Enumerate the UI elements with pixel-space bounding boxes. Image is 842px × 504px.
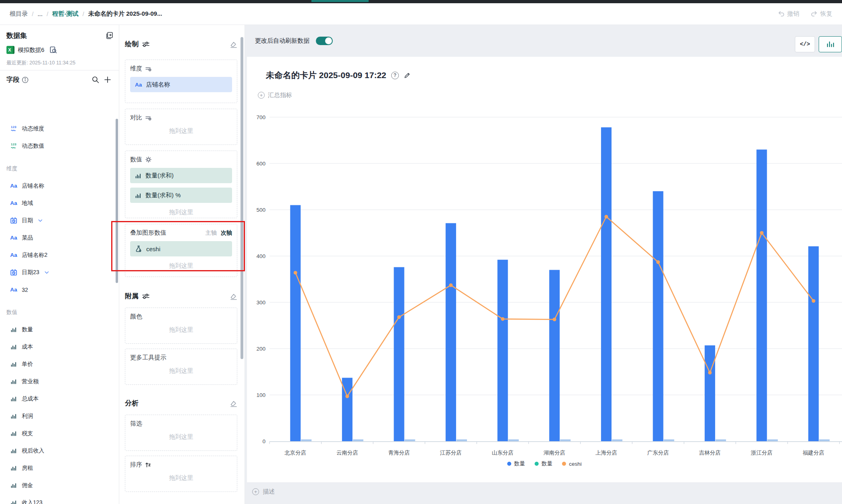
undo-button[interactable]: 撤销 — [778, 10, 799, 18]
legend-item-ceshi[interactable]: ceshi — [562, 461, 582, 467]
field-item-营业额[interactable]: 营业额 — [0, 373, 115, 390]
field-item-菜品[interactable]: Aa菜品 — [0, 229, 115, 246]
edit-title-icon[interactable] — [404, 72, 411, 79]
bar-江苏分店[interactable] — [446, 223, 456, 441]
field-item-动态维度[interactable]: 123动态维度 — [0, 120, 115, 137]
chevron-down-icon[interactable] — [44, 271, 49, 274]
field-item-店铺名称2[interactable]: Aa店铺名称2 — [0, 246, 115, 264]
line-point-江苏分店[interactable] — [449, 283, 453, 287]
field-item-数量[interactable]: 数量 — [0, 321, 115, 338]
clear-draw-icon[interactable] — [229, 40, 238, 49]
clear-attach-icon[interactable] — [229, 292, 238, 301]
percent-bar-吉林分店[interactable] — [715, 440, 726, 442]
chevron-down-icon[interactable] — [38, 219, 43, 222]
field-item-32[interactable]: Aa32 — [0, 281, 115, 298]
percent-bar-山东分店[interactable] — [508, 440, 519, 442]
bar-福建分店[interactable] — [808, 246, 819, 441]
percent-bar-广东分店[interactable] — [664, 440, 674, 442]
percent-bar-北京分店[interactable] — [301, 440, 311, 442]
compare-filter-icon[interactable] — [145, 115, 152, 121]
measure-dropzone[interactable]: 数值 数量(求和)数量(求和) % 拖到这里 — [125, 151, 237, 218]
dimension-dropzone[interactable]: 维度 Aa店铺名称 — [125, 60, 237, 103]
percent-bar-福建分店[interactable] — [819, 440, 830, 442]
measure-settings-icon[interactable] — [145, 156, 152, 163]
chip-label: 店铺名称 — [146, 81, 170, 89]
field-item-房租[interactable]: 房租 — [0, 459, 115, 477]
field-item-税支[interactable]: 税支 — [0, 425, 115, 442]
dataset-row[interactable]: X 模拟数据6 — [6, 45, 58, 55]
compare-dropzone[interactable]: 对比 拖到这里 — [125, 109, 237, 145]
search-fields-icon[interactable] — [91, 75, 100, 85]
field-item-日期23[interactable]: 日期23 — [0, 264, 115, 281]
sidebar-scrollbar[interactable] — [116, 119, 118, 283]
line-point-广东分店[interactable] — [656, 260, 660, 264]
redo-button[interactable]: 恢复 — [811, 10, 832, 18]
percent-bar-云南分店[interactable] — [353, 440, 363, 442]
chart-type-button[interactable] — [819, 36, 842, 52]
field-item-税后收入[interactable]: 税后收入 — [0, 442, 115, 459]
percent-bar-青海分店[interactable] — [405, 440, 415, 442]
line-point-湖南分店[interactable] — [553, 318, 556, 321]
add-description[interactable]: + 描述 — [252, 488, 275, 496]
bar-北京分店[interactable] — [290, 205, 301, 442]
sort-dropzone[interactable]: 排序 拖到这里 — [125, 456, 237, 492]
y-axis-tick-label: 500 — [256, 207, 265, 213]
field-item-利润[interactable]: 利润 — [0, 407, 115, 425]
preview-dataset-icon[interactable] — [48, 45, 58, 55]
field-item-收入123[interactable]: 收入123 — [0, 494, 115, 504]
field-item-地域[interactable]: Aa地域 — [0, 194, 115, 212]
primary-axis-option[interactable]: 主轴 — [205, 229, 217, 237]
chip-数量(求和)[interactable]: 数量(求和) — [130, 168, 232, 183]
line-point-浙江分店[interactable] — [760, 231, 763, 235]
field-item-佣金[interactable]: 佣金 — [0, 477, 115, 494]
line-point-福建分店[interactable] — [812, 299, 815, 303]
bar-湖南分店[interactable] — [549, 270, 560, 442]
percent-bar-江苏分店[interactable] — [456, 440, 467, 442]
field-label: 动态维度 — [22, 125, 44, 132]
bar-山东分店[interactable] — [498, 260, 508, 441]
line-point-北京分店[interactable] — [294, 271, 297, 275]
bar-上海分店[interactable] — [601, 127, 612, 441]
legend-item-数量[interactable]: 数量 — [507, 460, 525, 467]
legend-item-数量[interactable]: 数量 — [535, 460, 552, 467]
field-item-店铺名称[interactable]: Aa店铺名称 — [0, 177, 115, 194]
line-point-山东分店[interactable] — [501, 317, 504, 321]
tooltip-dropzone[interactable]: 更多工具提示 拖到这里 — [125, 349, 237, 385]
add-summary-metric[interactable]: + 汇总指标 — [258, 91, 292, 99]
bar-广东分店[interactable] — [653, 191, 664, 441]
clear-analysis-icon[interactable] — [229, 399, 238, 408]
line-point-青海分店[interactable] — [397, 315, 401, 319]
breadcrumb-item[interactable]: ... — [37, 10, 43, 17]
chip-ceshi[interactable]: ceshi — [130, 241, 232, 256]
line-point-上海分店[interactable] — [604, 215, 608, 219]
color-dropzone[interactable]: 颜色 拖到这里 — [125, 308, 237, 344]
field-item-成本[interactable]: 成本 — [0, 338, 115, 355]
field-item-单价[interactable]: 单价 — [0, 355, 115, 373]
chip-数量(求和) %[interactable]: 数量(求和) % — [130, 188, 232, 203]
help-icon[interactable]: ? — [391, 72, 399, 79]
auto-refresh-toggle[interactable] — [316, 37, 333, 45]
add-field-icon[interactable] — [103, 75, 112, 85]
switch-dataset-icon[interactable] — [104, 31, 114, 40]
field-item-动态数值[interactable]: 123动态数值 — [0, 137, 115, 155]
field-item-日期[interactable]: 日期 — [0, 212, 115, 229]
bar-浙江分店[interactable] — [757, 150, 767, 442]
filter-dropzone[interactable]: 筛选 拖到这里 — [125, 415, 237, 451]
chip-店铺名称[interactable]: Aa店铺名称 — [130, 77, 232, 92]
dimension-filter-icon[interactable] — [145, 66, 152, 72]
app-window: 根目录/.../程哲-测试/未命名的卡片 2025-09-09... 撤销 恢复… — [0, 0, 842, 504]
panel-scrollbar[interactable] — [241, 37, 243, 359]
line-point-吉林分店[interactable] — [708, 371, 712, 374]
overlay-measure-dropzone[interactable]: 叠加图形数值 主轴 次轴 ceshi 拖到这里 — [125, 224, 237, 277]
bar-吉林分店[interactable] — [705, 345, 715, 441]
breadcrumb-item[interactable]: 根目录 — [10, 10, 28, 18]
breadcrumb-item[interactable]: 程哲-测试 — [52, 10, 79, 18]
percent-bar-上海分店[interactable] — [612, 440, 622, 442]
bar-青海分店[interactable] — [394, 267, 404, 441]
code-view-button[interactable]: </> — [795, 36, 815, 52]
secondary-axis-option[interactable]: 次轴 — [221, 229, 232, 237]
percent-bar-浙江分店[interactable] — [767, 440, 778, 442]
percent-bar-湖南分店[interactable] — [560, 440, 570, 442]
line-point-云南分店[interactable] — [345, 395, 349, 398]
field-item-总成本[interactable]: 总成本 — [0, 390, 115, 407]
